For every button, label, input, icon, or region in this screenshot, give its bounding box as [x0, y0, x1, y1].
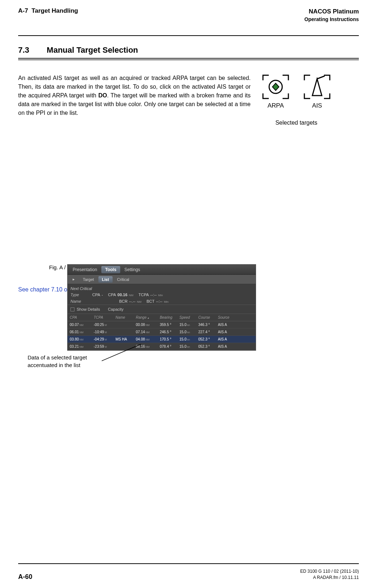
sort-asc-icon: ▴	[147, 316, 149, 319]
bct-value: --:--	[156, 299, 162, 303]
body-paragraph: An activated AIS target as well as an ac…	[18, 74, 251, 117]
bct-label: BCT	[146, 299, 154, 303]
page-footer: A-60 ED 3100 G 110 / 02 (2011-10) A RADA…	[18, 568, 359, 581]
callout-arrow	[102, 343, 145, 369]
header-right: NACOS Platinum Operating Instructions	[304, 7, 359, 23]
section-rule	[18, 58, 359, 61]
header-rule	[18, 35, 359, 36]
panel-sub-tabs: ▸ Target List Critical	[68, 275, 256, 284]
section-heading: 7.3 Manual Target Selection	[18, 45, 359, 55]
arpa-icon-cell: ARPA	[262, 74, 290, 109]
selected-targets-block: ARPA AIS Selected targets	[262, 74, 331, 126]
col-cpa[interactable]: CPA	[70, 315, 94, 319]
bcr-label: BCR	[119, 299, 127, 303]
page-header: A-7 Target Handling NACOS Platinum Opera…	[18, 7, 359, 23]
body-bold-do: DO	[98, 92, 107, 98]
type-flag: -	[102, 293, 103, 297]
svg-marker-1	[272, 83, 279, 90]
tcpa-label: TCPA	[138, 293, 149, 297]
tab-presentation[interactable]: Presentation	[69, 266, 101, 273]
pill-target[interactable]: Target	[79, 276, 98, 283]
col-course[interactable]: Course	[198, 315, 218, 319]
doc-subtitle: Operating Instructions	[304, 16, 359, 23]
section-title: Manual Target Selection	[47, 45, 138, 55]
tcpa-unit: Min	[158, 294, 163, 297]
cpa-value: 00.16	[117, 293, 127, 297]
svg-marker-2	[312, 79, 322, 96]
header-left: A-7 Target Handling	[18, 7, 78, 15]
bcr-unit: NM	[137, 300, 141, 303]
icons-caption: Selected targets	[275, 120, 317, 126]
ais-label: AIS	[312, 102, 322, 109]
chapter-title: Target Handling	[32, 7, 78, 14]
panel-top-tabs: Presentation Tools Settings	[68, 265, 256, 275]
show-details-label[interactable]: Show Details	[77, 307, 100, 311]
table-row[interactable]: 06.01NM-10:49M07.14NM246.5 °15.0kn227.4 …	[68, 329, 256, 336]
page-number: A-60	[18, 573, 32, 581]
col-bearing[interactable]: Bearing	[160, 315, 179, 319]
cpa-unit: NM	[129, 294, 133, 297]
callout-line-1: Data of a selected target	[28, 354, 108, 361]
footer-file-id: A RADAR.fm / 10.11.11	[300, 575, 359, 581]
product-name: NACOS Platinum	[304, 7, 359, 16]
next-critical-row-1: Type CPA- CPA 00.16 NM TCPA --:-- Min	[68, 291, 256, 298]
svg-line-3	[317, 76, 325, 79]
tcpa-value: --:--	[150, 293, 157, 297]
tab-tools[interactable]: Tools	[101, 266, 120, 273]
cpa-label: CPA	[108, 293, 116, 297]
table-row[interactable]: 03.21NM-23:59M08.16NM078.4 °15.0kn052.3 …	[68, 343, 256, 350]
section-number: 7.3	[18, 45, 29, 55]
arpa-label: ARPA	[267, 102, 284, 109]
list-header: CPA TCPA Name Range▴ Bearing Speed Cours…	[68, 314, 256, 321]
svg-line-4	[102, 344, 141, 361]
arpa-selected-icon	[262, 74, 290, 100]
target-list-panel: Presentation Tools Settings ▸ Target Lis…	[67, 264, 256, 351]
chapter-number: A-7	[18, 7, 28, 14]
table-row[interactable]: 00.07NM-00:25M00.08NM359.5 °15.0kn346.3 …	[68, 321, 256, 329]
list-body: 00.07NM-00:25M00.08NM359.5 °15.0kn346.3 …	[68, 321, 256, 350]
show-details-checkbox[interactable]	[70, 307, 74, 311]
callout-text: Data of a selected target accentuated in…	[28, 354, 108, 369]
bct-unit: Min	[164, 300, 169, 303]
capacity-label[interactable]: Capacity	[108, 307, 123, 311]
footer-rule	[18, 563, 359, 564]
col-speed[interactable]: Speed	[179, 315, 198, 319]
callout-line-2: accentuated in the list	[28, 362, 108, 369]
tab-settings[interactable]: Settings	[121, 266, 144, 273]
footer-doc-id: ED 3100 G 110 / 02 (2011-10)	[300, 568, 359, 575]
type-label: Type	[70, 293, 87, 297]
ais-icon-cell: AIS	[303, 74, 331, 109]
chevron-icon[interactable]: ▸	[69, 276, 78, 283]
next-critical-label: Next Critical	[68, 284, 256, 291]
col-tcpa[interactable]: TCPA	[94, 315, 115, 319]
col-name[interactable]: Name	[115, 315, 136, 319]
show-details-row: Show Details Capacity	[68, 305, 256, 314]
type-value: CPA	[92, 293, 100, 297]
bcr-value: --.--	[129, 299, 135, 303]
pill-list[interactable]: List	[98, 276, 113, 283]
pill-critical[interactable]: Critical	[113, 276, 133, 283]
name-label: Name	[70, 299, 87, 303]
table-row[interactable]: 03.80NM-04:29MMS HA04.08NM170.5 °15.0kn0…	[68, 336, 256, 343]
col-range[interactable]: Range▴	[136, 315, 160, 319]
next-critical-row-2: Name BCR --.-- NM BCT --:-- Min	[68, 298, 256, 305]
figure-area: Presentation Tools Settings ▸ Target Lis…	[18, 264, 359, 270]
ais-selected-icon	[303, 74, 331, 100]
col-source[interactable]: Source	[218, 315, 235, 319]
